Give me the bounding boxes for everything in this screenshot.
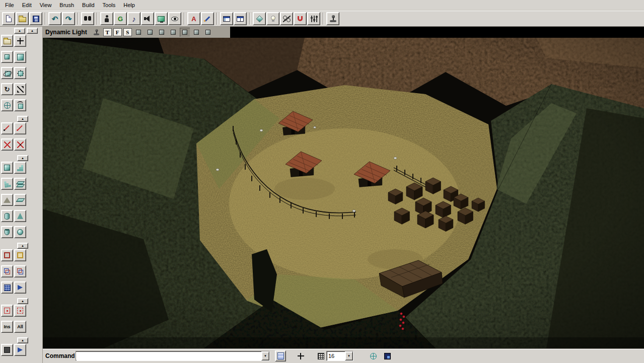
joystick-button[interactable] bbox=[92, 28, 102, 37]
render-cube-icon bbox=[194, 30, 199, 35]
build-lighting-button[interactable] bbox=[266, 12, 279, 25]
toolbox-group-scroll-2[interactable]: ▲ bbox=[17, 155, 28, 161]
actor-properties-button[interactable] bbox=[100, 12, 113, 25]
move-selected-button[interactable] bbox=[14, 281, 26, 294]
prefab-browser-button[interactable] bbox=[201, 12, 214, 25]
csg-deintersect-button[interactable] bbox=[14, 265, 26, 277]
sound-browser-button[interactable] bbox=[141, 12, 154, 25]
cube-primitive-button[interactable] bbox=[1, 162, 13, 174]
window-layout-2-button[interactable] bbox=[234, 12, 247, 25]
sheet-primitive-button[interactable] bbox=[14, 194, 26, 206]
toolbox-scroll-up-1[interactable]: ▲ bbox=[14, 28, 25, 34]
rotate-brush-button[interactable] bbox=[1, 67, 13, 79]
script-editor-button[interactable]: G bbox=[114, 12, 127, 25]
csg-subtract-button[interactable] bbox=[14, 249, 26, 261]
terrain-edit-button[interactable] bbox=[1, 99, 13, 111]
2d-shape-editor-button[interactable] bbox=[1, 122, 13, 134]
menu-edit[interactable]: Edit bbox=[18, 0, 36, 10]
command-label: Command bbox=[45, 352, 76, 359]
freehand-rotate-button[interactable]: ↻ bbox=[1, 83, 13, 95]
new-map-button[interactable] bbox=[2, 12, 15, 25]
texture-rotate-button[interactable] bbox=[14, 99, 26, 111]
actor-class-browser-button[interactable]: A bbox=[187, 12, 200, 25]
command-dropdown-button[interactable]: ▼ bbox=[261, 351, 269, 360]
render-dynamic-light-button[interactable] bbox=[180, 28, 190, 37]
cylinder-primitive-button[interactable] bbox=[1, 210, 13, 222]
stairs-primitive-button[interactable] bbox=[14, 162, 26, 174]
spiral-stairs-primitive-button[interactable] bbox=[14, 178, 26, 190]
menu-help[interactable]: Help bbox=[119, 0, 139, 10]
play-map-button[interactable] bbox=[326, 12, 339, 25]
toolbox-group-scroll-3[interactable]: ▲ bbox=[17, 243, 28, 249]
camera-movement-button[interactable] bbox=[1, 35, 13, 47]
save-map-button[interactable] bbox=[29, 12, 42, 25]
add-volume-button[interactable] bbox=[14, 305, 26, 317]
blue-square-button[interactable] bbox=[382, 350, 393, 361]
render-wireframe-button[interactable] bbox=[133, 28, 144, 37]
render-textured-button[interactable] bbox=[157, 28, 167, 37]
open-map-button[interactable] bbox=[16, 12, 29, 25]
menu-tools[interactable]: Tools bbox=[99, 0, 120, 10]
brush-clip-button[interactable] bbox=[1, 138, 13, 151]
build-geometry-button[interactable] bbox=[253, 12, 266, 25]
command-input[interactable] bbox=[76, 352, 261, 360]
mesh-browser-button[interactable] bbox=[168, 12, 181, 25]
curved-stairs-primitive-button[interactable] bbox=[1, 178, 13, 190]
add-mover-button[interactable] bbox=[1, 305, 13, 317]
special-brush-button[interactable] bbox=[1, 281, 13, 294]
show-selected-button[interactable] bbox=[1, 344, 13, 356]
texture-pan-button[interactable] bbox=[14, 35, 26, 47]
vertex-edit-button[interactable] bbox=[1, 51, 13, 63]
terrain-primitive-button[interactable] bbox=[1, 194, 13, 206]
menu-build[interactable]: Build bbox=[78, 0, 98, 10]
command-combo[interactable]: ▼ bbox=[76, 351, 270, 361]
build-options-button[interactable] bbox=[307, 12, 320, 25]
cube-icon bbox=[4, 165, 10, 171]
grid-size-select[interactable]: 16 ▼ bbox=[326, 351, 353, 361]
view-side-button[interactable]: S bbox=[123, 28, 132, 36]
grid-size-dropdown-button[interactable]: ▼ bbox=[345, 351, 353, 360]
viewport-caption[interactable]: Dynamic Light T F S bbox=[43, 27, 644, 38]
drag-grid-button[interactable] bbox=[315, 350, 326, 361]
select-inside-button[interactable]: Ins bbox=[1, 321, 13, 333]
music-browser-button[interactable]: ♪ bbox=[127, 12, 140, 25]
cone-primitive-button[interactable] bbox=[14, 210, 26, 222]
render-zones-button[interactable] bbox=[191, 28, 201, 37]
csg-intersect-button[interactable] bbox=[1, 265, 13, 277]
resize-brush-button[interactable] bbox=[14, 83, 26, 95]
view-top-button[interactable]: T bbox=[103, 28, 112, 36]
toolbox-group-scroll-5[interactable]: ▲ bbox=[17, 337, 28, 343]
menu-file[interactable]: File bbox=[1, 0, 18, 10]
toolbox-scroll-up-2[interactable]: ▲ bbox=[27, 28, 38, 34]
monitor-icon bbox=[158, 16, 165, 22]
undefine-paths-button[interactable] bbox=[294, 12, 307, 25]
snap-vertex-button[interactable] bbox=[14, 67, 26, 79]
wire-sphere-button[interactable] bbox=[368, 350, 379, 361]
scene-svg[interactable] bbox=[43, 38, 644, 348]
redo-button[interactable]: ↷ bbox=[62, 12, 75, 25]
render-depth-button[interactable] bbox=[203, 28, 213, 37]
menu-view[interactable]: View bbox=[36, 0, 56, 10]
3d-viewport[interactable] bbox=[43, 38, 644, 348]
view-front-button[interactable]: F bbox=[113, 28, 122, 36]
2d-shape-extrude-button[interactable] bbox=[14, 122, 26, 134]
select-all-button[interactable]: All bbox=[14, 321, 26, 333]
log-window-button[interactable] bbox=[275, 350, 286, 361]
search-actors-button[interactable] bbox=[81, 12, 94, 25]
csg-add-button[interactable] bbox=[1, 249, 13, 261]
scale-brush-button[interactable] bbox=[14, 51, 26, 63]
build-paths-button[interactable] bbox=[280, 12, 293, 25]
render-overhead-button[interactable] bbox=[145, 28, 155, 37]
sphere-primitive-button[interactable] bbox=[14, 226, 26, 238]
render-bsp-button[interactable] bbox=[168, 28, 178, 37]
toolbox-group-scroll-1[interactable]: ▲ bbox=[17, 116, 28, 122]
window-layout-1-button[interactable] bbox=[220, 12, 233, 25]
menu-brush[interactable]: Brush bbox=[55, 0, 78, 10]
toolbox-group-scroll-4[interactable]: ▲ bbox=[17, 298, 28, 304]
split-clip-button[interactable] bbox=[14, 138, 26, 151]
undo-button[interactable]: ↶ bbox=[48, 12, 61, 25]
crosshair-button[interactable] bbox=[295, 350, 306, 361]
hide-selected-button[interactable] bbox=[14, 344, 26, 356]
volumetric-primitive-button[interactable] bbox=[1, 226, 13, 238]
texture-browser-button[interactable] bbox=[155, 12, 168, 25]
